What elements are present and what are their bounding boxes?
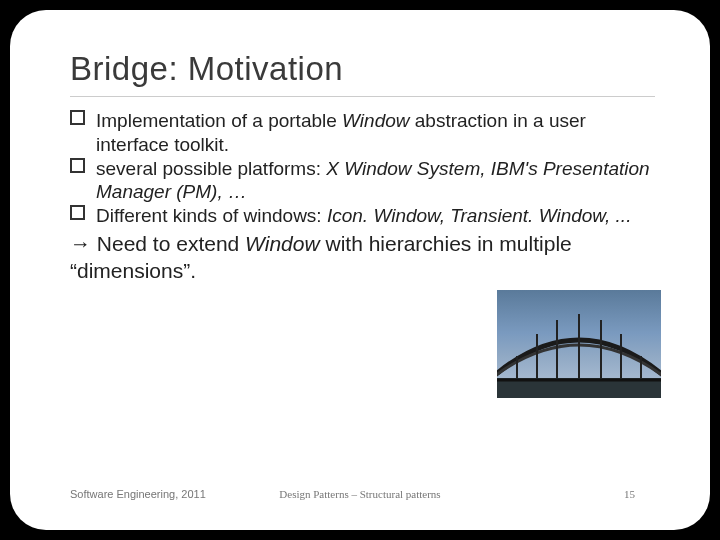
bullet-3: Different kinds of windows: Icon. Window…	[70, 204, 655, 228]
conclusion-line: → Need to extend Window with hierarchies…	[70, 230, 655, 285]
checkbox-icon	[70, 205, 85, 220]
bullet-2-text-a: several possible platforms:	[96, 158, 326, 179]
slide-title: Bridge: Motivation	[70, 50, 655, 88]
slide-frame: Bridge: Motivation Implementation of a p…	[10, 10, 710, 530]
bullet-1-text-a: Implementation of a portable	[96, 110, 342, 131]
checkbox-icon	[70, 158, 85, 173]
page-number: 15	[624, 488, 635, 500]
footer-left: Software Engineering, 2011	[70, 488, 206, 500]
bullet-1: Implementation of a portable Window abst…	[70, 109, 655, 157]
title-divider	[70, 96, 655, 97]
checkbox-icon	[70, 110, 85, 125]
bullet-1-em: Window	[342, 110, 409, 131]
slide-footer: Software Engineering, 2011 Design Patter…	[70, 478, 655, 500]
bullet-3-em: Icon. Window, Transient. Window, ...	[327, 205, 632, 226]
image-container	[70, 290, 661, 398]
bullet-3-text-a: Different kinds of windows:	[96, 205, 327, 226]
footer-center: Design Patterns – Structural patterns	[279, 488, 440, 500]
conclusion-em: Window	[245, 232, 320, 255]
bridge-photo	[497, 290, 661, 398]
conclusion-text-a: Need to extend	[91, 232, 245, 255]
slide-content: Implementation of a portable Window abst…	[70, 109, 655, 478]
arrow-icon: →	[70, 232, 91, 255]
bullet-2: several possible platforms: X Window Sys…	[70, 157, 655, 205]
